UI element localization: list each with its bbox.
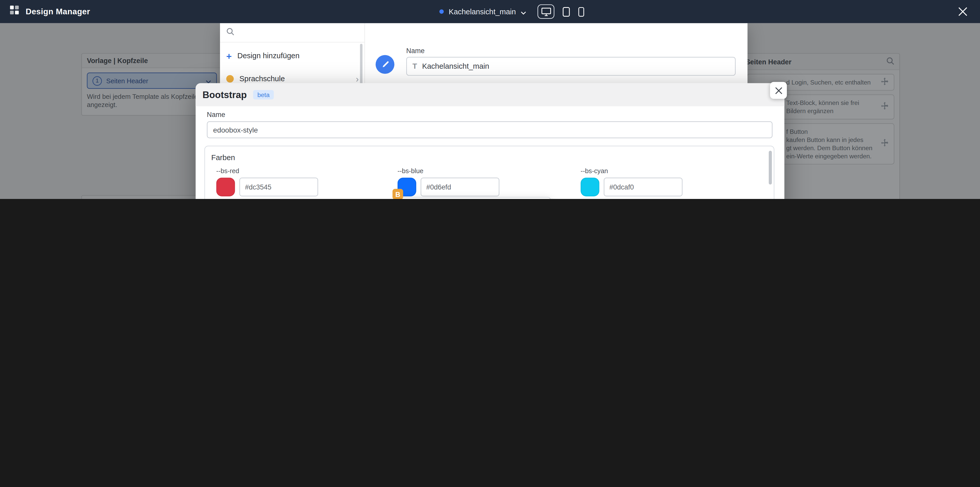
edit-design-button[interactable] <box>375 55 394 74</box>
design-search-input[interactable] <box>239 29 358 36</box>
color-swatch[interactable] <box>581 178 599 196</box>
add-design-button[interactable]: + Design hinzufügen <box>220 48 365 64</box>
app-logo-icon <box>10 6 19 18</box>
modal-close-button[interactable] <box>770 82 787 99</box>
top-bar: Design Manager Kachelansicht_main <box>0 0 980 23</box>
color-picker-grid <box>399 198 550 199</box>
add-design-label: Design hinzufügen <box>237 51 299 60</box>
search-icon <box>226 27 234 38</box>
color-hex-input[interactable] <box>421 178 500 196</box>
chevron-down-icon <box>521 6 527 17</box>
design-name-label: Name <box>406 47 425 54</box>
top-bar-left: Design Manager <box>10 0 90 23</box>
color-swatch[interactable] <box>216 178 235 196</box>
design-item-label: Sprachschule <box>239 74 285 83</box>
plus-icon: + <box>226 51 232 61</box>
design-list: + Design hinzufügen Sprachschule › <box>220 23 365 92</box>
color-picker-popup <box>399 197 550 199</box>
modal-header: Bootstrap beta <box>196 83 784 107</box>
design-dropdown-panel: + Design hinzufügen Sprachschule › Name … <box>220 23 748 92</box>
desktop-preview-button[interactable] <box>538 4 554 19</box>
color-hex-input[interactable] <box>604 178 682 196</box>
color-field-bs-blue: --bs-blue <box>398 167 576 196</box>
device-preview-switcher <box>538 0 584 23</box>
colors-section-title: Farben <box>211 153 235 162</box>
text-format-icon: T <box>412 62 417 70</box>
colors-section: Farben --bs-red --bs-blue --bs-cyan --bs… <box>204 146 774 199</box>
design-name-field: T <box>406 57 736 76</box>
color-var-label: --bs-red <box>216 167 394 174</box>
color-hex-input[interactable] <box>239 178 318 196</box>
design-search-row <box>220 23 364 43</box>
close-design-manager-button[interactable] <box>958 0 968 23</box>
colors-scrollbar[interactable] <box>769 151 772 184</box>
color-field-bs-cyan: --bs-cyan <box>581 167 759 196</box>
view-selector-label: Kachelansicht_main <box>449 7 516 16</box>
design-name-input[interactable] <box>422 62 729 70</box>
modal-title: Bootstrap <box>202 89 247 100</box>
bootstrap-marker-badge: B <box>393 189 403 199</box>
close-icon <box>775 86 782 94</box>
view-status-dot <box>439 10 444 14</box>
design-color-dot <box>226 75 234 83</box>
style-name-label: Name <box>207 110 225 118</box>
view-selector[interactable]: Kachelansicht_main <box>439 0 527 23</box>
bootstrap-modal: Bootstrap beta Name Farben --bs-red --bs… <box>196 83 784 199</box>
color-var-label: --bs-cyan <box>581 167 759 174</box>
color-field-bs-red: --bs-red <box>216 167 394 196</box>
tablet-preview-button[interactable] <box>563 6 570 17</box>
style-name-input[interactable] <box>207 121 773 138</box>
mobile-preview-button[interactable] <box>578 6 584 17</box>
beta-badge: beta <box>253 90 274 100</box>
color-var-label: --bs-blue <box>398 167 576 174</box>
app-title: Design Manager <box>25 7 90 16</box>
pencil-icon <box>381 60 389 69</box>
design-manager-app: Design Manager Kachelansicht_main <box>0 0 980 199</box>
chevron-right-icon: › <box>356 74 359 83</box>
close-icon <box>958 6 968 17</box>
